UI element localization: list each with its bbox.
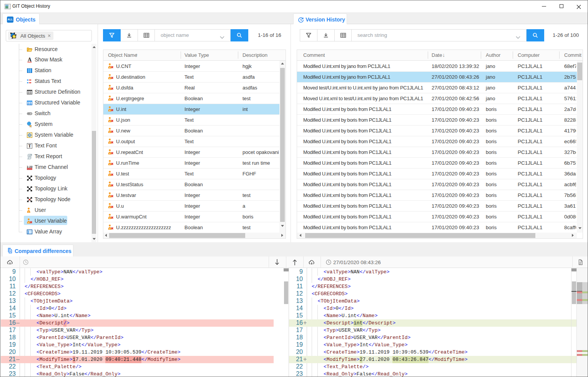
svg-text:A: A [28, 57, 32, 63]
svg-text:1:23: 1:23 [27, 165, 33, 168]
svg-text:T: T [28, 144, 31, 148]
